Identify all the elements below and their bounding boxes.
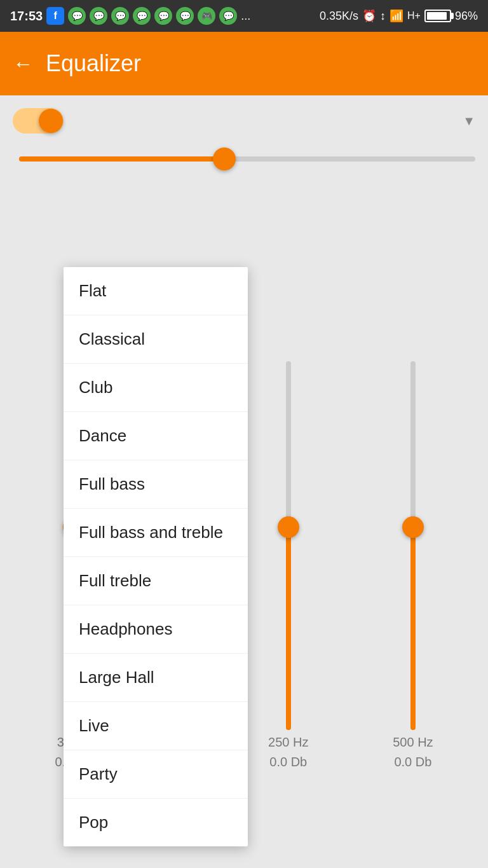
app-bar: ← Equalizer <box>0 32 488 95</box>
app-icon-2: 💬 <box>90 7 107 25</box>
dropdown-item-live[interactable]: Live <box>64 702 248 750</box>
dropdown-item-party[interactable]: Party <box>64 750 248 799</box>
band-500hz-db: 0.0 Db <box>394 755 431 769</box>
battery-percent: 96% <box>455 10 478 23</box>
eq-sliders-container: 31 Hz 0.0 Db z b 250 Hz 0.0 Db <box>0 178 488 814</box>
dropdown-item-large-hall[interactable]: Large Hall <box>64 654 248 702</box>
preset-h-slider[interactable] <box>19 156 475 162</box>
band-250hz: 250 Hz 0.0 Db <box>268 197 308 769</box>
band-250hz-db: 0.0 Db <box>269 755 307 769</box>
facebook-icon: f <box>46 7 64 25</box>
band-250hz-fill <box>286 527 291 730</box>
preset-slider-knob[interactable] <box>213 148 236 170</box>
dropdown-item-headphones[interactable]: Headphones <box>64 605 248 654</box>
back-button[interactable]: ← <box>13 52 33 76</box>
more-apps: ... <box>241 10 250 23</box>
dropdown-item-club[interactable]: Club <box>64 364 248 412</box>
eq-enable-toggle[interactable] <box>13 108 64 134</box>
network-speed: 0.35K/s <box>320 10 358 23</box>
dropdown-item-dance[interactable]: Dance <box>64 412 248 460</box>
app-icon-5: 💬 <box>154 7 172 25</box>
status-right: 0.35K/s ⏰ ↕ 📶 H+ 96% <box>320 9 478 23</box>
app-icon-1: 💬 <box>68 7 86 25</box>
band-500hz-label: 500 Hz <box>393 735 433 750</box>
dropdown-arrow-icon: ▼ <box>463 114 475 128</box>
status-left: 17:53 f 💬 💬 💬 💬 💬 💬 🎮 💬 ... <box>10 7 250 25</box>
dropdown-item-pop[interactable]: Pop <box>64 799 248 846</box>
app-icon-3: 💬 <box>111 7 129 25</box>
sync-icon: ↕ <box>380 10 386 23</box>
dropdown-item-classical[interactable]: Classical <box>64 315 248 364</box>
battery-icon <box>424 10 451 22</box>
signal-icon: 📶 <box>390 9 403 23</box>
app-icon-6: 💬 <box>176 7 194 25</box>
preset-selector[interactable]: ▼ <box>74 114 475 128</box>
band-250hz-knob[interactable] <box>278 516 299 538</box>
band-250hz-label: 250 Hz <box>268 735 308 750</box>
preset-dropdown[interactable]: Flat Classical Club Dance Full bass Full… <box>64 267 248 846</box>
band-500hz-track[interactable] <box>410 361 416 730</box>
alarm-icon: ⏰ <box>362 9 376 23</box>
preset-slider-fill <box>19 156 224 162</box>
status-bar: 17:53 f 💬 💬 💬 💬 💬 💬 🎮 💬 ... 0.35K/s ⏰ ↕ … <box>0 0 488 32</box>
band-250hz-track[interactable] <box>286 361 291 730</box>
status-time: 17:53 <box>10 9 43 24</box>
eq-controls-row: ▼ <box>0 95 488 140</box>
dropdown-item-flat[interactable]: Flat <box>64 267 248 315</box>
toggle-knob <box>39 109 63 133</box>
dropdown-item-full-bass[interactable]: Full bass <box>64 460 248 509</box>
main-content: ▼ 31 Hz 0.0 Db <box>0 95 488 868</box>
app-icon-7: 🎮 <box>198 7 215 25</box>
app-icon-4: 💬 <box>133 7 151 25</box>
preset-slider-row <box>0 140 488 178</box>
dropdown-item-full-treble[interactable]: Full treble <box>64 557 248 605</box>
page-title: Equalizer <box>46 50 141 77</box>
network-type: H+ <box>407 10 421 22</box>
dropdown-item-full-bass-treble[interactable]: Full bass and treble <box>64 509 248 557</box>
app-icon-8: 💬 <box>219 7 237 25</box>
band-500hz: 500 Hz 0.0 Db <box>393 197 433 769</box>
band-500hz-knob[interactable] <box>402 516 424 538</box>
band-500hz-fill <box>410 527 416 730</box>
